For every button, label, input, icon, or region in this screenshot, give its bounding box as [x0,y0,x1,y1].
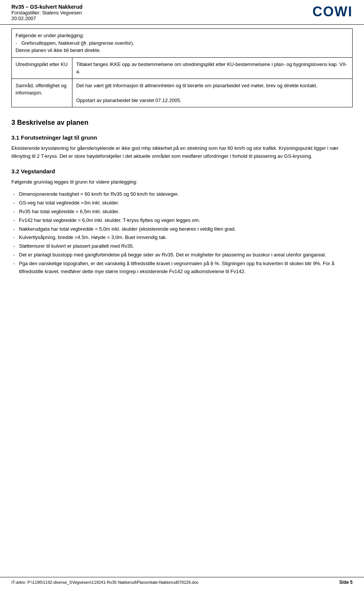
planning-content-cell: Følgende er under planlegging: - Grefsru… [12,29,353,58]
document-subtitle: Forslagstiller: Statens Vegvesen [11,10,83,16]
company-logo: COWI [312,4,353,20]
samrad-line1: Det har vært gitt informasjon til allmen… [76,83,317,88]
subsection31-paragraph: Eksisterende kryssløsning for gående/syk… [11,145,353,160]
document-date: 20.02.2007 [11,16,83,21]
subsection32-intro: Følgende grunnlag legges til grunn for v… [11,178,353,186]
page-footer: IT-arkiv: P:\1190\1192-diverse_SVegvesen… [0,577,364,587]
vegstandard-bullet-7: Støttemurer til kulvert er plassert para… [11,242,353,250]
samrad-label: Samråd, offentlighet og informasjon. [12,79,72,107]
header-left: Rv35 – GS-kulvert Nakkerud Forslagstille… [11,4,83,21]
page-header: Rv35 – GS-kulvert Nakkerud Forslagstille… [0,0,364,25]
page: Rv35 – GS-kulvert Nakkerud Forslagstille… [0,0,364,591]
utredning-label: Utredningsplikt etter KU [12,57,72,79]
samrad-content: Det har vært gitt informasjon til allmen… [72,79,353,107]
table-row-samrad: Samråd, offentlighet og informasjon. Det… [12,79,353,107]
vegstandard-bullet-3: Rv35 har total vegbredde = 6,5m inkl. sk… [11,208,353,216]
planning-bullet2: Denne planen vil ikke bli berørt direkte… [16,47,101,53]
subsection31-heading: 3.1 Forutsetninger lagt til grunn [11,134,353,141]
vegstandard-bullet-6: Kulvertlysåpning, bredde =4,5m. Høyde = … [11,234,353,242]
subsection32-heading: 3.2 Vegstandard [11,168,353,174]
vegstandard-bullet-9: Pga den vanskelige topografien, er det v… [11,260,353,276]
vegstandard-bullet-2: GS-veg har total vegbredde =3m inkl. sku… [11,199,353,207]
vegstandard-bullet-4: Fv142 har total vegbredde = 6,0m inkl. s… [11,217,353,225]
table-row-utredning: Utredningsplikt etter KU Tiltaket fanges… [12,57,353,79]
planning-header: Følgende er under planlegging: [16,33,84,38]
table-row-planning: Følgende er under planlegging: - Grefsru… [12,29,353,58]
vegstandard-bullet-5: Nakkerudgata har total vegbredde = 5,0m … [11,225,353,233]
footer-archive: IT-arkiv: P:\1190\1192-diverse_SVegvesen… [11,580,199,585]
info-table: Følgende er under planlegging: - Grefsru… [11,28,353,107]
main-content: Følgende er under planlegging: - Grefsru… [0,25,364,303]
vegstandard-bullet-8: Det er planlagt busstopp med gangforbind… [11,251,353,259]
section3-heading: 3 Beskrivelse av planen [11,119,353,127]
samrad-line2: Oppstart av planarbeidet ble varslet 07.… [76,97,182,103]
document-title: Rv35 – GS-kulvert Nakkerud [11,4,83,10]
page-number: Side 5 [339,580,353,585]
vegstandard-list: Dimensjonerende hastighet = 60 km/h for … [11,190,353,275]
utredning-content: Tiltaket fanges IKKE opp av bestemmelsen… [72,57,353,79]
planning-bullet1: - Grefsrudtoppen, Nakkerud (jfr. plangre… [16,40,134,46]
vegstandard-bullet-1: Dimensjonerende hastighet = 60 km/h for … [11,190,353,198]
